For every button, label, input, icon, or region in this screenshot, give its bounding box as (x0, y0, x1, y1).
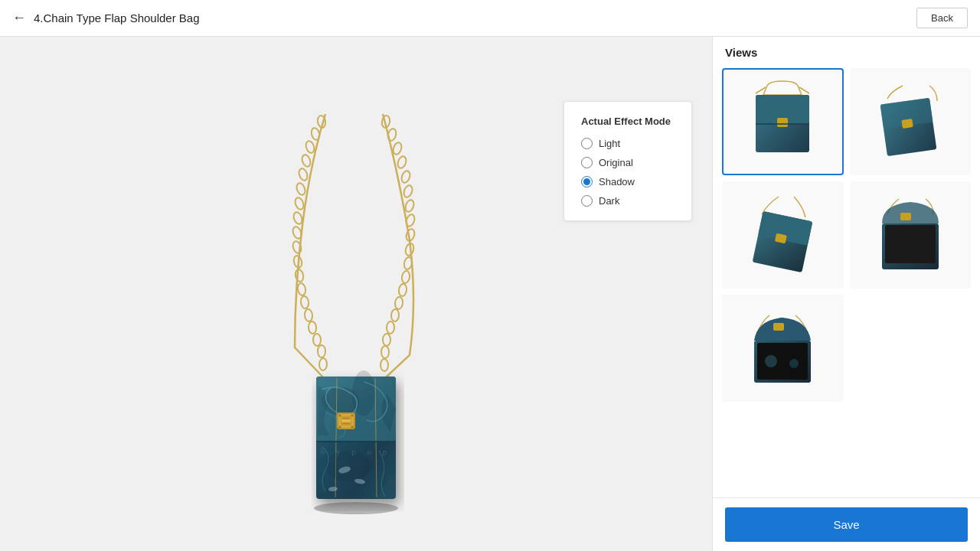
main-content: b y p o p Actual Effect Mode Light Origi… (0, 37, 980, 551)
back-arrow-icon[interactable]: ← (12, 10, 26, 26)
svg-rect-53 (341, 419, 351, 422)
svg-point-21 (392, 142, 403, 155)
center-area: b y p o p Actual Effect Mode Light Origi… (0, 37, 712, 551)
view-1-svg (740, 80, 825, 164)
svg-rect-74 (900, 213, 911, 220)
effect-original-option[interactable]: Original (581, 157, 675, 168)
svg-point-15 (308, 321, 316, 334)
svg-point-54 (339, 415, 341, 417)
effect-radio-group: Light Original Shadow Dark (581, 138, 675, 207)
effect-dark-label: Dark (599, 195, 619, 207)
svg-point-6 (294, 197, 305, 210)
effect-shadow-label: Shadow (599, 176, 635, 187)
svg-point-23 (400, 170, 412, 184)
svg-point-1 (310, 127, 321, 141)
svg-point-22 (397, 155, 408, 169)
svg-rect-76 (757, 343, 808, 380)
save-section: Save (713, 497, 980, 551)
views-grid (722, 68, 971, 402)
svg-point-5 (296, 182, 307, 196)
svg-point-14 (304, 309, 313, 322)
svg-point-8 (292, 226, 303, 240)
svg-point-20 (387, 128, 397, 142)
effect-light-option[interactable]: Light (581, 138, 675, 149)
svg-point-57 (351, 426, 354, 429)
svg-point-26 (405, 214, 416, 227)
save-button[interactable]: Save (725, 507, 968, 542)
svg-point-24 (403, 184, 414, 198)
app-header: ← 4.Chain Type Flap Shoulder Bag Back (0, 0, 980, 37)
view-5-svg (740, 306, 825, 390)
svg-point-18 (319, 358, 328, 370)
effect-mode-title: Actual Effect Mode (581, 116, 675, 127)
svg-point-4 (298, 168, 309, 181)
page-title: 4.Chain Type Flap Shoulder Bag (34, 11, 200, 24)
views-panel: Views (713, 37, 980, 497)
svg-point-58 (314, 502, 398, 514)
svg-point-79 (789, 359, 799, 368)
view-2-svg (868, 80, 952, 164)
svg-point-17 (318, 345, 325, 357)
svg-point-7 (292, 211, 304, 225)
svg-point-30 (401, 270, 411, 283)
view-item-5[interactable] (722, 295, 844, 402)
view-item-3[interactable] (722, 181, 844, 289)
svg-point-31 (398, 283, 407, 296)
svg-point-56 (339, 426, 341, 429)
svg-point-16 (313, 334, 322, 346)
svg-point-37 (381, 359, 388, 371)
svg-rect-73 (885, 225, 936, 263)
svg-point-34 (387, 321, 395, 334)
views-title: Views (722, 46, 971, 59)
right-panel: Views (712, 37, 980, 551)
effect-light-radio[interactable] (581, 138, 593, 149)
svg-point-25 (404, 199, 416, 213)
effect-dark-option[interactable]: Dark (581, 195, 675, 207)
svg-point-12 (297, 282, 307, 295)
svg-rect-64 (777, 118, 788, 127)
svg-point-2 (305, 140, 315, 154)
svg-rect-77 (773, 323, 784, 331)
svg-point-32 (394, 297, 403, 310)
view-item-4[interactable] (850, 181, 972, 289)
svg-point-13 (300, 295, 309, 308)
effect-dark-radio[interactable] (581, 195, 593, 207)
effect-mode-card: Actual Effect Mode Light Original Shadow… (564, 101, 692, 221)
view-4-svg (868, 193, 952, 277)
effect-original-radio[interactable] (581, 157, 593, 168)
svg-point-35 (383, 334, 390, 346)
svg-point-3 (301, 154, 312, 168)
svg-rect-68 (901, 119, 913, 129)
effect-shadow-radio[interactable] (581, 176, 593, 187)
header-left: ← 4.Chain Type Flap Shoulder Bag (12, 10, 200, 26)
svg-point-33 (390, 309, 399, 322)
svg-point-55 (351, 415, 354, 417)
view-item-1[interactable] (722, 68, 844, 175)
bag-main-image: b y p o p (195, 72, 517, 516)
svg-point-36 (381, 346, 389, 358)
view-3-svg (740, 193, 825, 277)
view-item-2[interactable] (850, 68, 972, 175)
svg-point-27 (405, 228, 416, 242)
effect-original-label: Original (599, 157, 633, 168)
svg-point-11 (294, 269, 304, 282)
back-button[interactable]: Back (916, 8, 968, 28)
effect-light-label: Light (599, 138, 620, 149)
svg-text:b y p o p: b y p o p (321, 447, 392, 456)
svg-point-78 (765, 355, 777, 367)
effect-shadow-option[interactable]: Shadow (581, 176, 675, 187)
